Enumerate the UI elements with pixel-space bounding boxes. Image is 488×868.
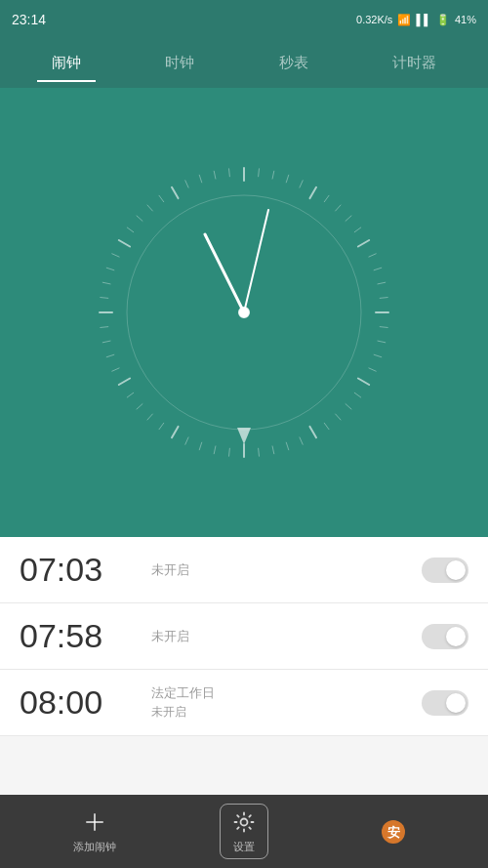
svg-line-37 xyxy=(159,423,164,429)
alarm-info-3: 法定工作日 未开启 xyxy=(137,684,422,721)
svg-line-19 xyxy=(374,354,382,356)
battery-icon: 🔋 xyxy=(436,14,450,26)
svg-line-14 xyxy=(378,282,386,284)
clock-svg: // Generated via JS below xyxy=(88,156,400,469)
clock-area: // Generated via JS below xyxy=(0,88,488,537)
svg-line-21 xyxy=(358,379,369,386)
svg-line-56 xyxy=(172,187,179,198)
svg-line-28 xyxy=(286,442,288,450)
toggle-knob-1 xyxy=(446,560,466,580)
svg-text:安: 安 xyxy=(386,825,400,840)
settings-box: 设置 xyxy=(220,804,268,859)
svg-line-40 xyxy=(127,393,133,397)
clock-face: // Generated via JS below xyxy=(88,156,400,469)
svg-line-4 xyxy=(286,175,288,183)
svg-line-54 xyxy=(147,205,152,211)
svg-line-43 xyxy=(106,354,114,356)
settings-label: 设置 xyxy=(233,840,255,854)
svg-line-48 xyxy=(102,282,110,284)
center-dot xyxy=(239,308,249,317)
alarm-item-1[interactable]: 07:03 未开启 xyxy=(0,537,488,603)
tab-timer[interactable]: 计时器 xyxy=(378,46,451,82)
status-time: 23:14 xyxy=(12,12,46,27)
alarm-info-1: 未开启 xyxy=(137,561,422,579)
svg-line-5 xyxy=(300,181,303,187)
alarm-toggle-2[interactable] xyxy=(422,624,468,649)
more-icon: 安 xyxy=(380,818,407,846)
toggle-knob-3 xyxy=(446,693,466,713)
svg-line-27 xyxy=(300,437,303,444)
alarm-label-3: 法定工作日 xyxy=(151,684,422,702)
svg-line-34 xyxy=(199,442,201,450)
status-icons: 0.32K/s 📶 ▌▌ 🔋 41% xyxy=(356,14,476,26)
svg-line-45 xyxy=(101,327,108,328)
alarm-info-2: 未开启 xyxy=(137,628,422,645)
tab-bar: 闹钟 时钟 秒表 计时器 xyxy=(0,39,488,88)
signal-icon: ▌▌ xyxy=(416,14,431,25)
more-nav[interactable]: 安 xyxy=(319,814,468,849)
add-alarm-nav[interactable]: 添加闹钟 xyxy=(20,805,169,858)
svg-line-20 xyxy=(369,368,376,371)
svg-line-39 xyxy=(137,404,142,409)
svg-line-41 xyxy=(119,379,130,386)
plus-icon xyxy=(81,808,108,836)
alarm-time-3: 08:00 xyxy=(20,683,137,722)
battery-percent: 41% xyxy=(455,14,476,25)
more-box: 安 xyxy=(370,814,417,849)
svg-line-15 xyxy=(380,298,387,299)
svg-line-13 xyxy=(374,268,382,269)
alarm-toggle-3[interactable] xyxy=(422,690,468,716)
network-speed: 0.32K/s xyxy=(356,14,392,25)
alarm-item-3[interactable]: 08:00 法定工作日 未开启 xyxy=(0,670,488,736)
svg-line-18 xyxy=(378,341,386,343)
svg-line-36 xyxy=(172,427,179,437)
svg-line-2 xyxy=(259,169,260,177)
tab-alarm[interactable]: 闹钟 xyxy=(37,46,96,82)
svg-line-33 xyxy=(214,446,216,454)
triangle-marker xyxy=(237,428,251,444)
svg-line-52 xyxy=(127,227,133,232)
svg-line-35 xyxy=(185,437,188,444)
svg-line-23 xyxy=(346,404,351,409)
svg-line-8 xyxy=(336,205,341,211)
svg-line-59 xyxy=(214,171,216,179)
svg-line-6 xyxy=(310,187,317,198)
status-bar: 23:14 0.32K/s 📶 ▌▌ 🔋 41% xyxy=(0,0,488,39)
settings-nav[interactable]: 设置 xyxy=(169,804,318,859)
svg-point-63 xyxy=(240,819,247,826)
alarm-label-2: 未开启 xyxy=(151,628,422,645)
svg-line-17 xyxy=(380,327,387,328)
svg-line-60 xyxy=(229,169,230,177)
gear-icon xyxy=(230,808,258,836)
tab-clock[interactable]: 时钟 xyxy=(150,46,209,82)
svg-line-44 xyxy=(102,341,110,343)
alarm-days-3: 未开启 xyxy=(151,704,422,721)
svg-line-9 xyxy=(346,216,351,221)
svg-line-47 xyxy=(101,298,108,299)
alarm-time-1: 07:03 xyxy=(20,551,137,589)
svg-line-12 xyxy=(369,254,376,257)
alarm-list: 07:03 未开启 07:58 未开启 08:00 法定工作日 未开启 xyxy=(0,537,488,736)
svg-line-7 xyxy=(324,195,329,201)
svg-line-24 xyxy=(336,414,341,420)
bottom-nav: 添加闹钟 设置 安 xyxy=(0,795,488,868)
svg-line-38 xyxy=(147,414,152,420)
minute-hand xyxy=(244,210,268,312)
svg-line-32 xyxy=(229,448,230,456)
tab-stopwatch[interactable]: 秒表 xyxy=(264,46,323,82)
hour-hand xyxy=(205,234,244,312)
toggle-knob-2 xyxy=(446,627,466,646)
alarm-item-2[interactable]: 07:58 未开启 xyxy=(0,603,488,670)
svg-line-53 xyxy=(137,216,142,221)
alarm-toggle-1[interactable] xyxy=(422,558,468,583)
svg-line-58 xyxy=(199,175,201,183)
svg-line-50 xyxy=(112,254,119,257)
svg-line-49 xyxy=(106,268,114,269)
svg-line-25 xyxy=(324,423,329,429)
svg-line-26 xyxy=(310,427,317,437)
svg-line-11 xyxy=(358,240,369,247)
alarm-time-2: 07:58 xyxy=(20,617,137,655)
svg-line-22 xyxy=(354,393,360,397)
add-alarm-box: 添加闹钟 xyxy=(63,805,126,858)
svg-line-55 xyxy=(159,195,164,201)
